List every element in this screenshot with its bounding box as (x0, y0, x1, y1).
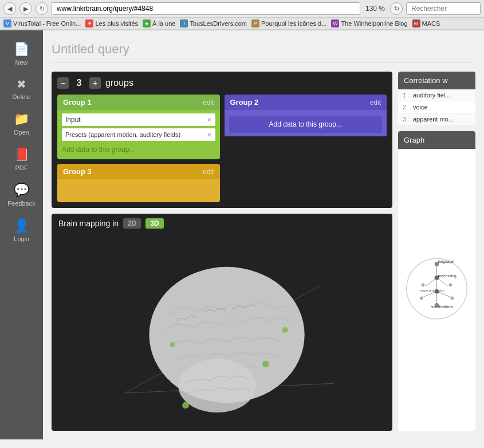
svg-point-7 (170, 343, 175, 347)
svg-point-4 (182, 402, 189, 409)
bookmark-icon: V (3, 19, 11, 27)
groups-header: − 3 + groups (57, 77, 387, 89)
plus-groups-button[interactable]: + (89, 77, 101, 89)
group-card-2: Group 2 edit Add data to this group... (225, 95, 387, 159)
graph-header: Graph (398, 131, 475, 149)
folder-icon: 📁 (14, 112, 29, 127)
svg-line-15 (437, 292, 451, 297)
sidebar: 📄 New ✖ Delete 📁 Open 📕 PDF 💬 Feedback 👤… (0, 30, 43, 439)
group2-body: Add data to this group... (225, 110, 387, 136)
browser-toolbar: ◀ ▶ ↻ 130 % ↻ (0, 0, 484, 18)
sidebar-item-login[interactable]: 👤 Login (0, 213, 43, 248)
bookmark-icon: W (331, 19, 339, 27)
bookmarks-bar: V VirusTotal - Free Onlin... ♥ Les plus … (0, 18, 484, 30)
back-button[interactable]: ◀ (3, 2, 16, 15)
bookmark-visited[interactable]: ♥ Les plus visités (85, 19, 138, 27)
zoom-refresh-button[interactable]: ↻ (390, 2, 403, 15)
correlation-num-1: 1 (403, 92, 410, 99)
content-area: Untitled query − 3 + groups (43, 30, 484, 439)
forward-button[interactable]: ▶ (19, 2, 32, 15)
url-bar[interactable] (52, 2, 360, 15)
svg-line-14 (423, 292, 437, 297)
correlation-row-2: 2 voice (398, 101, 475, 113)
brain-mapping-title: Brain mapping in (58, 219, 119, 228)
bookmark-icon: P (251, 19, 259, 27)
group2-add-data-button[interactable]: Add data to this group... (229, 116, 383, 133)
view-3d-button[interactable]: 3D (145, 218, 163, 229)
sidebar-item-new[interactable]: 📄 New (0, 36, 43, 72)
sidebar-label-feedback: Feedback (7, 200, 35, 207)
group1-presets-row: Presets (apparent motion, auditory field… (62, 128, 215, 141)
group2-edit-link[interactable]: edit (370, 99, 381, 107)
bookmark-label: The Winhelponline Blog (341, 20, 407, 27)
groups-panel: − 3 + groups Group 1 edit (52, 72, 392, 208)
bookmark-icones[interactable]: P Pourquoi les icônes d... (251, 19, 326, 27)
bookmark-une[interactable]: ★ À la une (143, 19, 175, 27)
svg-text:processing: processing (438, 274, 457, 278)
correlation-num-2: 2 (403, 104, 410, 111)
sidebar-item-open[interactable]: 📁 Open (0, 106, 43, 142)
group-card-1: Group 1 edit Input × Presets (apparent m… (57, 95, 220, 159)
group1-add-data-link[interactable]: Add data to this group... (62, 143, 215, 156)
group2-header: Group 2 edit (225, 95, 387, 110)
sidebar-item-feedback[interactable]: 💬 Feedback (0, 177, 43, 213)
right-column: Correlation w 1 auditory fiel... 2 voice… (398, 72, 475, 431)
group1-input-remove[interactable]: × (207, 115, 211, 124)
sidebar-label-open: Open (14, 129, 29, 136)
sidebar-item-pdf[interactable]: 📕 PDF (0, 142, 43, 177)
correlation-num-3: 3 (403, 116, 410, 123)
sidebar-item-delete[interactable]: ✖ Delete (0, 72, 43, 106)
svg-point-5 (262, 361, 269, 368)
group-card-3: Group 3 edit (57, 164, 220, 202)
bookmark-winhelp[interactable]: W The Winhelponline Blog (331, 19, 407, 27)
group1-header: Group 1 edit (57, 95, 220, 110)
correlation-panel: Correlation w 1 auditory fiel... 2 voice… (398, 72, 475, 125)
sidebar-label-new: New (15, 59, 27, 66)
sidebar-label-pdf: PDF (15, 164, 28, 171)
bookmark-drivers[interactable]: T TousLesDrivers.com (180, 19, 247, 27)
reload-button[interactable]: ↻ (36, 2, 48, 15)
svg-point-22 (420, 296, 423, 300)
svg-point-20 (422, 283, 425, 286)
group1-presets-remove[interactable]: × (207, 130, 211, 139)
view-2d-button[interactable]: 2D (123, 218, 141, 229)
group3-name: Group 3 (63, 167, 92, 176)
group3-edit-link[interactable]: edit (203, 168, 214, 176)
bookmark-label: VirusTotal - Free Onlin... (13, 20, 81, 27)
delete-icon: ✖ (17, 77, 26, 91)
bookmark-label: Pourquoi les icônes d... (261, 20, 326, 27)
bookmark-virustotal[interactable]: V VirusTotal - Free Onlin... (3, 19, 81, 27)
brain-canvas (52, 233, 392, 427)
bookmark-icon: T (180, 19, 188, 27)
minus-groups-button[interactable]: − (57, 77, 69, 89)
brain-visualization (60, 238, 384, 422)
correlation-row-1: 1 auditory fiel... (398, 89, 475, 101)
bookmark-label: À la une (152, 20, 175, 27)
login-icon: 👤 (14, 218, 29, 233)
bookmark-label: Les plus visités (95, 20, 138, 27)
bookmark-label: TousLesDrivers.com (190, 20, 247, 27)
group1-edit-link[interactable]: edit (203, 99, 214, 107)
group1-input-label: Input (65, 116, 81, 124)
new-document-icon: 📄 (14, 42, 29, 57)
pdf-icon: 📕 (14, 147, 29, 162)
group2-name: Group 2 (230, 98, 259, 107)
correlation-header: Correlation w (398, 72, 475, 89)
svg-point-6 (282, 327, 288, 333)
svg-text:vocalizations: vocalizations (431, 305, 454, 309)
correlation-text-2: voice (413, 104, 428, 111)
browser-search-input[interactable] (406, 2, 481, 15)
page-title: Untitled query (52, 39, 475, 63)
groups-count: 3 (73, 78, 85, 88)
graph-panel: Graph (398, 131, 475, 431)
svg-point-23 (450, 296, 454, 300)
browser-chrome: ◀ ▶ ↻ 130 % ↻ V VirusTotal - Free Onlin.… (0, 0, 484, 30)
bookmark-macs[interactable]: M MACS (412, 19, 440, 27)
sidebar-label-delete: Delete (13, 93, 31, 100)
sidebar-label-login: Login (14, 235, 29, 242)
correlation-text-3: apparent mo... (413, 116, 454, 123)
bookmark-label: MACS (422, 20, 440, 27)
bookmark-icon: ★ (143, 19, 151, 27)
feedback-icon: 💬 (14, 183, 29, 198)
bookmark-icon: M (412, 19, 420, 27)
